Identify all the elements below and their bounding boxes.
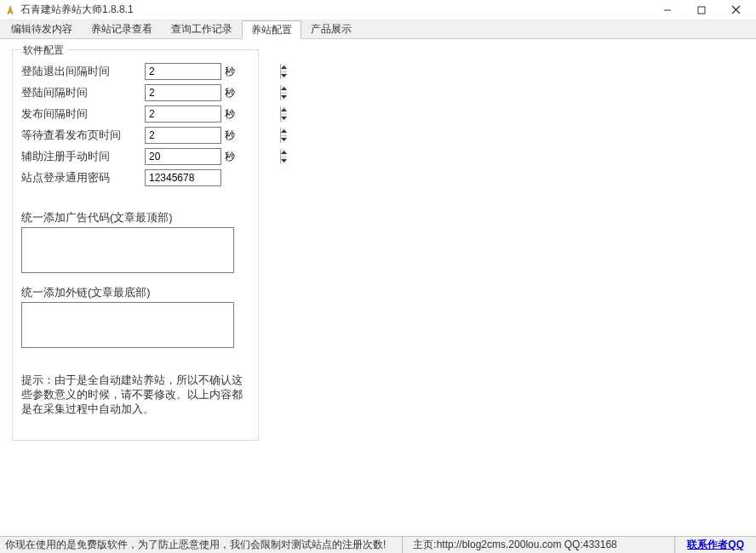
input-wait-view-time[interactable] [146, 128, 280, 143]
label-wait-view-time: 等待查看发布页时间 [21, 128, 145, 143]
svg-marker-13 [281, 159, 287, 162]
input-site-password[interactable] [145, 169, 221, 186]
spin-up-icon[interactable] [281, 64, 287, 72]
close-button[interactable] [719, 1, 753, 20]
svg-marker-12 [281, 151, 287, 154]
svg-marker-9 [281, 117, 287, 120]
app-icon [3, 3, 17, 17]
svg-marker-5 [281, 74, 287, 77]
spinner-assist-register-time[interactable] [145, 148, 221, 165]
input-assist-register-time[interactable] [146, 149, 280, 164]
unit-seconds: 秒 [225, 128, 235, 143]
svg-marker-8 [281, 108, 287, 111]
minimize-button[interactable] [650, 1, 684, 20]
unit-seconds: 秒 [225, 86, 235, 100]
statusbar: 你现在使用的是免费版软件，为了防止恶意使用，我们会限制对测试站点的注册次数! 主… [0, 536, 756, 553]
contact-link[interactable]: 联系作者QQ [687, 538, 744, 552]
spin-down-icon[interactable] [281, 115, 287, 123]
tab-products[interactable]: 产品展示 [301, 20, 361, 38]
label-assist-register-time: 辅助注册手动时间 [21, 149, 145, 164]
status-left: 你现在使用的是免费版软件，为了防止恶意使用，我们会限制对测试站点的注册次数! [0, 537, 403, 553]
textarea-ad-top[interactable] [21, 227, 234, 273]
unit-seconds: 秒 [225, 150, 235, 164]
spin-down-icon[interactable] [281, 136, 287, 144]
spin-down-icon[interactable] [281, 72, 287, 80]
spinner-publish-interval[interactable] [145, 105, 221, 123]
config-fieldset: 软件配置 登陆退出间隔时间 秒 登陆间隔时间 秒 [12, 49, 259, 441]
spinner-login-logout-interval[interactable] [145, 63, 221, 80]
tab-site-config[interactable]: 养站配置 [242, 20, 301, 39]
svg-marker-11 [281, 138, 287, 141]
unit-seconds: 秒 [225, 107, 235, 122]
label-login-interval: 登陆间隔时间 [21, 85, 145, 100]
tab-query-logs[interactable]: 查询工作记录 [162, 20, 242, 38]
spin-down-icon[interactable] [281, 157, 287, 165]
textarea-extlink[interactable] [21, 302, 234, 348]
tab-site-records[interactable]: 养站记录查看 [82, 20, 162, 38]
spinner-wait-view-time[interactable] [145, 127, 221, 144]
svg-marker-6 [281, 87, 287, 90]
window-title: 石青建站养站大师1.8.8.1 [20, 3, 650, 17]
label-publish-interval: 发布间隔时间 [21, 106, 145, 122]
tabstrip: 编辑待发内容 养站记录查看 查询工作记录 养站配置 产品展示 [0, 20, 756, 39]
spin-up-icon[interactable] [281, 106, 287, 115]
titlebar: 石青建站养站大师1.8.8.1 [0, 0, 756, 20]
spin-up-icon[interactable] [281, 128, 287, 136]
row-wait-view-time: 等待查看发布页时间 秒 [21, 127, 251, 144]
spin-up-icon[interactable] [281, 85, 287, 94]
spin-down-icon[interactable] [281, 94, 287, 101]
row-login-interval: 登陆间隔时间 秒 [21, 84, 251, 101]
label-extlink: 统一添加外链(文章最底部) [21, 285, 251, 300]
input-login-logout-interval[interactable] [146, 64, 280, 79]
svg-rect-1 [698, 7, 705, 14]
fieldset-legend: 软件配置 [20, 43, 67, 58]
row-login-logout-interval: 登陆退出间隔时间 秒 [21, 63, 251, 80]
maximize-button[interactable] [684, 1, 719, 20]
config-hint: 提示：由于是全自动建站养站，所以不确认这些参数意义的时候，请不要修改。以上内容都… [21, 373, 247, 417]
label-login-logout-interval: 登陆退出间隔时间 [21, 64, 145, 79]
unit-seconds: 秒 [225, 65, 235, 79]
input-publish-interval[interactable] [146, 106, 280, 122]
tab-edit-pending[interactable]: 编辑待发内容 [2, 20, 82, 38]
row-publish-interval: 发布间隔时间 秒 [21, 105, 251, 123]
spinner-login-interval[interactable] [145, 84, 221, 101]
input-login-interval[interactable] [146, 85, 280, 100]
svg-marker-10 [281, 129, 287, 133]
status-contact[interactable]: 联系作者QQ [675, 537, 756, 553]
row-site-password: 站点登录通用密码 [21, 169, 251, 186]
label-ad-top: 统一添加广告代码(文章最顶部) [21, 210, 251, 225]
status-home: 主页:http://blog2cms.200lou.com QQ:433168 [403, 537, 675, 553]
spin-up-icon[interactable] [281, 149, 287, 157]
content-area: 软件配置 登陆退出间隔时间 秒 登陆间隔时间 秒 [0, 39, 756, 536]
row-assist-register-time: 辅助注册手动时间 秒 [21, 148, 251, 165]
svg-marker-7 [281, 95, 287, 99]
window-controls [650, 0, 753, 20]
label-site-password: 站点登录通用密码 [21, 170, 145, 185]
svg-marker-4 [281, 66, 287, 69]
